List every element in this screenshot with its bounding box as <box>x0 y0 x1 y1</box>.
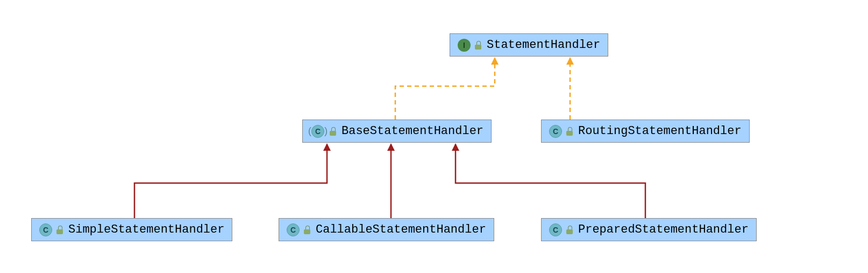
edge-prepared-to-base <box>456 144 645 218</box>
node-label: CallableStatementHandler <box>316 223 486 236</box>
node-simple-statement-handler[interactable]: C SimpleStatementHandler <box>31 218 232 241</box>
node-prepared-statement-handler[interactable]: C PreparedStatementHandler <box>541 218 757 241</box>
node-label: StatementHandler <box>487 38 600 52</box>
lock-icon <box>304 226 311 234</box>
lock-icon <box>475 41 482 50</box>
edge-simple-to-base <box>134 144 327 218</box>
node-label: SimpleStatementHandler <box>68 223 224 236</box>
lock-icon <box>566 226 574 234</box>
node-callable-statement-handler[interactable]: C CallableStatementHandler <box>279 218 494 241</box>
lock-icon <box>56 226 64 234</box>
lock-icon <box>330 127 337 136</box>
edge-base-to-statement <box>395 58 495 120</box>
node-base-statement-handler[interactable]: C BaseStatementHandler <box>302 120 492 143</box>
node-statement-handler[interactable]: I StatementHandler <box>450 33 608 57</box>
node-label: PreparedStatementHandler <box>578 223 749 236</box>
lock-icon <box>566 127 574 136</box>
node-routing-statement-handler[interactable]: C RoutingStatementHandler <box>541 120 750 143</box>
class-icon: C <box>287 223 300 236</box>
interface-icon: I <box>458 39 471 52</box>
node-label: RoutingStatementHandler <box>578 124 742 138</box>
class-icon: C <box>39 223 52 236</box>
abstract-class-icon: C <box>310 125 325 138</box>
class-icon: C <box>549 125 562 138</box>
node-label: BaseStatementHandler <box>341 124 483 138</box>
class-icon: C <box>549 223 562 236</box>
